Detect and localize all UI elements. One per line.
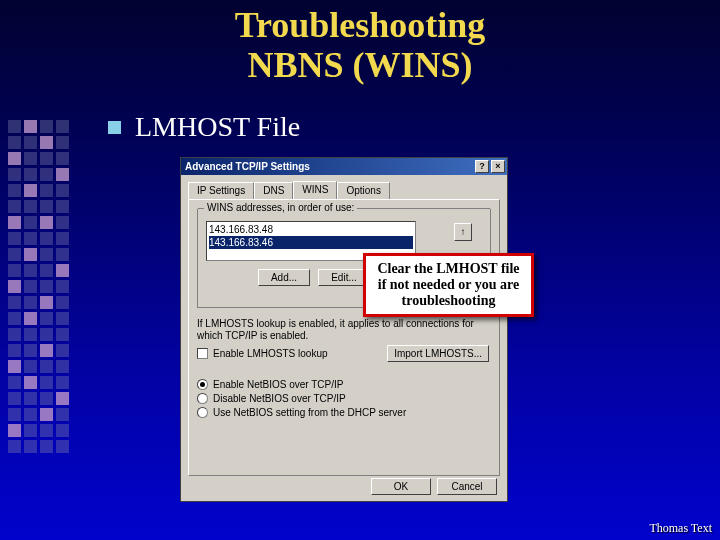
list-item[interactable]: 143.166.83.46 <box>209 236 413 249</box>
radio-label: Use NetBIOS setting from the DHCP server <box>213 407 406 418</box>
cancel-button[interactable]: Cancel <box>437 478 497 495</box>
title-line2: NBNS (WINS) <box>0 46 720 86</box>
slide-title: Troubleshooting NBNS (WINS) <box>0 6 720 85</box>
tab-dns[interactable]: DNS <box>254 182 293 200</box>
bullet-text: LMHOST File <box>135 111 300 143</box>
help-button[interactable]: ? <box>475 160 489 173</box>
close-button[interactable]: × <box>491 160 505 173</box>
ok-button[interactable]: OK <box>371 478 431 495</box>
wins-group-label: WINS addresses, in order of use: <box>204 202 357 213</box>
enable-lmhosts-label: Enable LMHOSTS lookup <box>213 348 328 359</box>
slide: Troubleshooting NBNS (WINS) LMHOST File … <box>0 0 720 540</box>
radio-label: Enable NetBIOS over TCP/IP <box>213 379 343 390</box>
radio-enable-netbios[interactable]: Enable NetBIOS over TCP/IP <box>197 379 491 390</box>
tab-ip-settings[interactable]: IP Settings <box>188 182 254 200</box>
tab-pane-wins: WINS addresses, in order of use: 143.166… <box>188 199 500 476</box>
add-button[interactable]: Add... <box>258 269 310 286</box>
callout-box: Clear the LMHOST file if not needed or y… <box>363 253 534 317</box>
move-up-button[interactable]: ↑ <box>454 223 472 241</box>
dialog-title: Advanced TCP/IP Settings <box>185 161 473 172</box>
dialog-titlebar: Advanced TCP/IP Settings ? × <box>181 158 507 175</box>
import-lmhosts-button[interactable]: Import LMHOSTS... <box>387 345 489 362</box>
list-item[interactable]: 143.166.83.48 <box>209 223 413 236</box>
radio-disable-netbios[interactable]: Disable NetBIOS over TCP/IP <box>197 393 491 404</box>
radio-icon[interactable] <box>197 379 208 390</box>
radio-label: Disable NetBIOS over TCP/IP <box>213 393 346 404</box>
decorative-squares <box>8 120 70 453</box>
bullet-icon <box>108 121 121 134</box>
lmhosts-note: If LMHOSTS lookup is enabled, it applies… <box>197 318 491 342</box>
tab-strip: IP Settings DNS WINS Options <box>188 181 500 199</box>
title-line1: Troubleshooting <box>0 6 720 46</box>
tab-options[interactable]: Options <box>337 182 389 200</box>
footer-text: Thomas Text <box>649 521 712 536</box>
tab-wins[interactable]: WINS <box>293 181 337 199</box>
checkbox-icon[interactable] <box>197 348 208 359</box>
dialog-button-row: OK Cancel <box>371 478 497 495</box>
radio-icon[interactable] <box>197 407 208 418</box>
bullet-row: LMHOST File <box>108 111 300 143</box>
radio-dhcp-netbios[interactable]: Use NetBIOS setting from the DHCP server <box>197 407 491 418</box>
reorder-arrows: ↑ <box>454 223 472 241</box>
advanced-tcpip-dialog: Advanced TCP/IP Settings ? × IP Settings… <box>180 157 508 502</box>
radio-icon[interactable] <box>197 393 208 404</box>
